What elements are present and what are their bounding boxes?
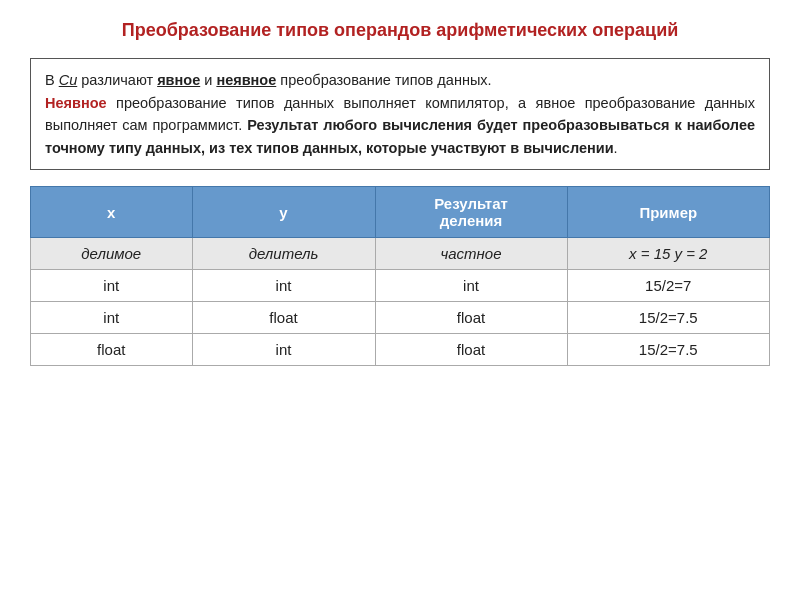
cell-result-2: float (375, 302, 567, 334)
page-title: Преобразование типов операндов арифметич… (122, 18, 679, 42)
desc-неявное2: Неявное (45, 95, 107, 111)
cell-x-1: int (31, 270, 193, 302)
table-row: float int float 15/2=7.5 (31, 334, 770, 366)
description-box: В Си различают явное и неявное преобразо… (30, 58, 770, 170)
cell-result-3: float (375, 334, 567, 366)
cell-example-3: 15/2=7.5 (567, 334, 769, 366)
cell-result-0: частное (375, 238, 567, 270)
desc-явное: явное (157, 72, 200, 88)
desc-si: Си (59, 72, 78, 88)
desc-suffix: преобразование типов данных. (276, 72, 491, 88)
desc-and: и (200, 72, 216, 88)
cell-x-0: делимое (31, 238, 193, 270)
cell-x-2: int (31, 302, 193, 334)
cell-y-1: int (192, 270, 375, 302)
desc-неявное: неявное (216, 72, 276, 88)
cell-example-1: 15/2=7 (567, 270, 769, 302)
cell-example-0: x = 15 y = 2 (567, 238, 769, 270)
cell-example-2: 15/2=7.5 (567, 302, 769, 334)
desc-prefix: В (45, 72, 59, 88)
col-header-y: y (192, 187, 375, 238)
desc-mid: различают (77, 72, 157, 88)
table-row: делимое делитель частное x = 15 y = 2 (31, 238, 770, 270)
cell-y-2: float (192, 302, 375, 334)
conversion-table: x y Результатделения Пример делимое дели… (30, 186, 770, 366)
desc-dot: . (614, 140, 618, 156)
cell-y-0: делитель (192, 238, 375, 270)
table-row: int int int 15/2=7 (31, 270, 770, 302)
cell-result-1: int (375, 270, 567, 302)
col-header-result: Результатделения (375, 187, 567, 238)
col-header-x: x (31, 187, 193, 238)
table-row: int float float 15/2=7.5 (31, 302, 770, 334)
cell-y-3: int (192, 334, 375, 366)
col-header-example: Пример (567, 187, 769, 238)
cell-x-3: float (31, 334, 193, 366)
